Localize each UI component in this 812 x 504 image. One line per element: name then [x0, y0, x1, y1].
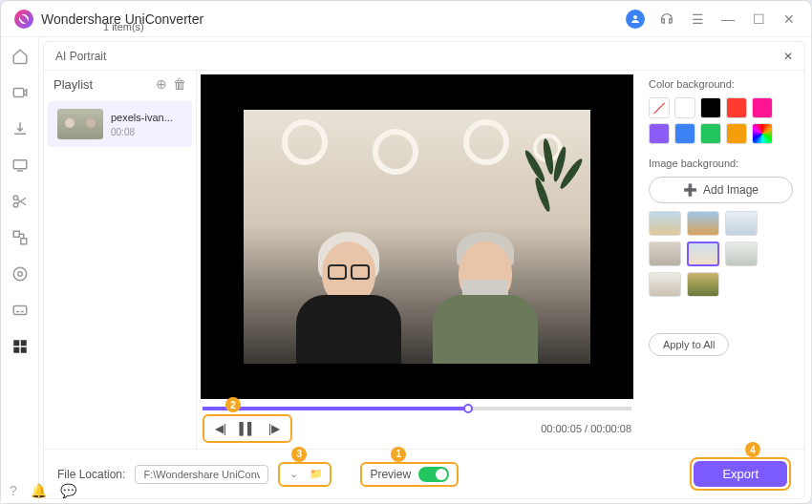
preview-label: Preview — [370, 468, 411, 481]
video-preview — [201, 74, 633, 399]
menu-icon[interactable]: ☰ — [689, 10, 706, 28]
time-display: 00:00:05 / 00:00:08 — [541, 423, 631, 434]
plus-icon: ➕ — [683, 183, 697, 197]
svg-point-0 — [633, 15, 637, 19]
bg-thumbnail[interactable] — [687, 272, 719, 297]
bg-thumbnail[interactable] — [649, 242, 681, 266]
items-count: 1 item(s) — [103, 21, 144, 32]
bg-thumbnail[interactable] — [725, 211, 758, 236]
maximize-icon[interactable]: ☐ — [750, 10, 767, 28]
bg-thumbnail[interactable] — [687, 242, 719, 266]
app-logo-icon — [14, 10, 33, 29]
file-location-label: File Location: — [57, 468, 125, 481]
apply-all-button[interactable]: Apply to All — [649, 333, 729, 356]
playback-controls: 2 ◀| ▌▌ |▶ — [203, 414, 292, 443]
svg-rect-5 — [13, 231, 19, 237]
bg-thumbnail[interactable] — [725, 242, 758, 266]
color-swatch[interactable] — [700, 97, 721, 118]
sidebar — [1, 37, 39, 503]
ai-portrait-modal: AI Portrait ✕ Playlist ⊕ 🗑 pexels-ivan..… — [43, 41, 805, 499]
svg-rect-1 — [13, 89, 24, 97]
svg-rect-9 — [13, 306, 27, 315]
svg-point-8 — [17, 272, 22, 277]
app-window: Wondershare UniConverter ☰ — ☐ ✕ — [0, 0, 812, 504]
color-swatch[interactable] — [674, 97, 695, 118]
add-image-button[interactable]: ➕ Add Image — [649, 177, 793, 203]
color-swatch[interactable] — [674, 123, 695, 144]
merge-icon[interactable] — [11, 228, 30, 247]
close-icon[interactable]: ✕ — [783, 50, 793, 63]
color-swatch[interactable] — [752, 123, 773, 144]
svg-rect-13 — [20, 347, 26, 353]
color-swatch[interactable] — [752, 97, 773, 118]
bg-thumbnails — [649, 211, 793, 297]
color-swatch[interactable] — [649, 123, 670, 144]
color-swatches — [649, 97, 793, 144]
support-icon[interactable] — [658, 10, 675, 28]
bg-thumbnail[interactable] — [687, 211, 719, 236]
notification-icon[interactable]: 🔔 — [31, 483, 47, 498]
close-window-icon[interactable]: ✕ — [780, 10, 798, 28]
toolbox-icon[interactable] — [11, 337, 30, 356]
progress-bar[interactable] — [203, 407, 631, 410]
minimize-icon[interactable]: — — [719, 10, 737, 28]
export-button[interactable]: Export — [694, 461, 787, 487]
pause-button[interactable]: ▌▌ — [235, 418, 260, 439]
playlist-item-name: pexels-ivan... — [111, 112, 173, 123]
callout-badge-1: 1 — [391, 447, 406, 462]
user-avatar-icon[interactable] — [626, 10, 645, 29]
color-swatch[interactable] — [649, 97, 670, 118]
add-icon[interactable]: ⊕ — [156, 76, 167, 92]
playlist-item-duration: 00:08 — [111, 127, 173, 137]
subtitle-icon[interactable] — [11, 301, 30, 320]
bg-thumbnail[interactable] — [649, 211, 681, 236]
help-icon[interactable]: ? — [10, 483, 17, 498]
color-swatch[interactable] — [726, 123, 747, 144]
screen-icon[interactable] — [11, 156, 30, 175]
bg-thumbnail[interactable] — [649, 272, 681, 297]
callout-badge-4: 4 — [745, 442, 760, 457]
color-swatch[interactable] — [700, 123, 721, 144]
location-dropdown-button[interactable]: ⌄ — [284, 466, 303, 483]
svg-point-7 — [13, 267, 27, 281]
footer: File Location: 3 ⌄ 📁 1 Preview 4 Export — [44, 449, 804, 498]
callout-badge-3: 3 — [291, 447, 307, 462]
audio-icon[interactable] — [11, 264, 30, 284]
svg-rect-10 — [13, 340, 19, 346]
playlist-item[interactable]: pexels-ivan... 00:08 — [48, 101, 192, 147]
prev-frame-button[interactable]: ◀| — [208, 418, 233, 439]
next-frame-button[interactable]: |▶ — [262, 418, 287, 439]
callout-badge-2: 2 — [225, 397, 241, 412]
color-swatch[interactable] — [726, 97, 747, 118]
svg-rect-6 — [20, 239, 26, 244]
svg-rect-12 — [13, 347, 19, 353]
video-icon[interactable] — [11, 83, 30, 102]
thumbnail — [57, 109, 103, 139]
modal-title: AI Portrait — [55, 50, 106, 63]
background-panel: Color background: Image background: ➕ Ad… — [637, 71, 804, 449]
color-bg-label: Color background: — [649, 78, 793, 90]
trash-icon[interactable]: 🗑 — [173, 76, 186, 92]
feedback-icon[interactable]: 💬 — [60, 483, 76, 498]
playlist-panel: Playlist ⊕ 🗑 pexels-ivan... 00:08 — [44, 71, 197, 449]
image-bg-label: Image background: — [649, 158, 793, 169]
download-icon[interactable] — [11, 119, 30, 138]
playlist-title: Playlist — [53, 77, 150, 92]
home-icon[interactable] — [11, 47, 30, 66]
cut-icon[interactable] — [11, 192, 30, 211]
preview-toggle[interactable] — [418, 467, 449, 482]
file-location-input[interactable] — [135, 465, 268, 484]
svg-rect-11 — [20, 340, 26, 346]
svg-rect-2 — [13, 160, 27, 169]
open-folder-button[interactable]: 📁 — [307, 466, 326, 483]
